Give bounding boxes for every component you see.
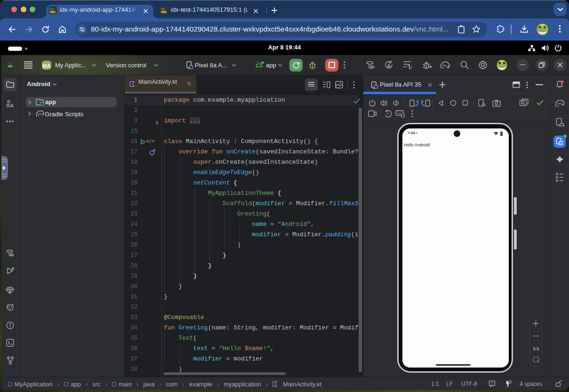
svg-text:VNC: VNC [50,10,56,14]
svg-text:VNC: VNC [161,10,167,14]
svg-text:A: A [387,64,391,69]
